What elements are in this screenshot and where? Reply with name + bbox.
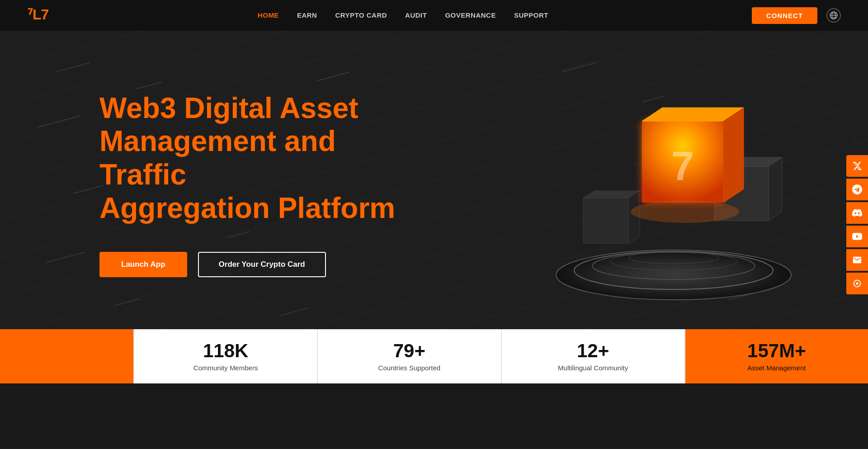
hero-section: Web3 Digital AssetManagement and Traffic… xyxy=(0,31,868,329)
hero-visual: 7 xyxy=(515,49,832,311)
stat-multilingual-label: Multilingual Community xyxy=(558,364,628,372)
svg-point-23 xyxy=(856,282,859,285)
stat-assets: 157M+ Asset Management xyxy=(684,329,868,383)
hero-buttons: Launch App Order Your Crypto Card xyxy=(99,252,407,277)
nav-links: HOME EARN CRYPTO CARD AUDIT GOVERNANCE S… xyxy=(258,11,548,19)
stat-assets-label: Asset Management xyxy=(747,364,806,372)
globe-icon[interactable] xyxy=(826,8,841,23)
hero-content: Web3 Digital AssetManagement and Traffic… xyxy=(0,83,407,277)
svg-marker-19 xyxy=(723,108,744,203)
stat-countries-value: 79+ xyxy=(393,341,425,360)
video-button[interactable] xyxy=(846,273,868,294)
navbar: ⁷L7 HOME EARN CRYPTO CARD AUDIT GOVERNAN… xyxy=(0,0,868,31)
discord-button[interactable] xyxy=(846,202,868,224)
email-button[interactable] xyxy=(846,249,868,271)
nav-home[interactable]: HOME xyxy=(258,11,279,19)
stat-community: 118K Community Members xyxy=(133,329,317,383)
youtube-button[interactable] xyxy=(846,226,868,247)
svg-point-6 xyxy=(556,250,791,300)
svg-text:7: 7 xyxy=(671,143,694,189)
order-crypto-card-button[interactable]: Order Your Crypto Card xyxy=(198,252,326,277)
hero-title-text: Web3 Digital AssetManagement and Traffic… xyxy=(99,92,395,224)
nav-governance[interactable]: GOVERNANCE xyxy=(445,11,496,19)
nav-earn[interactable]: EARN xyxy=(297,11,317,19)
stat-countries-label: Countries Supported xyxy=(378,364,441,372)
hero-3d-cubes: 7 xyxy=(515,49,832,311)
stat-multilingual-value: 12+ xyxy=(577,341,609,360)
nav-support[interactable]: SUPPORT xyxy=(514,11,548,19)
stats-bar: 118K Community Members 79+ Countries Sup… xyxy=(0,329,868,383)
svg-marker-13 xyxy=(769,157,782,221)
svg-text:⁷L7: ⁷L7 xyxy=(27,6,49,22)
stat-countries: 79+ Countries Supported xyxy=(317,329,500,383)
stat-assets-value: 157M+ xyxy=(747,341,806,360)
nav-right: CONNECT xyxy=(752,7,841,24)
connect-button[interactable]: CONNECT xyxy=(752,7,817,24)
telegram-button[interactable] xyxy=(846,179,868,200)
stat-multilingual: 12+ Multilingual Community xyxy=(501,329,684,383)
logo-text: ⁷L7 xyxy=(27,6,54,25)
logo[interactable]: ⁷L7 xyxy=(27,6,54,25)
hero-title: Web3 Digital AssetManagement and Traffic… xyxy=(99,92,407,225)
svg-rect-14 xyxy=(583,198,628,243)
nav-crypto-card[interactable]: CRYPTO CARD xyxy=(335,11,387,19)
svg-point-21 xyxy=(631,200,739,223)
stats-items: 118K Community Members 79+ Countries Sup… xyxy=(133,329,868,383)
stat-community-label: Community Members xyxy=(193,364,258,372)
twitter-button[interactable] xyxy=(846,155,868,177)
social-sidebar xyxy=(846,155,868,294)
stats-left-orange xyxy=(0,329,133,383)
launch-app-button[interactable]: Launch App xyxy=(99,252,187,277)
stat-community-value: 118K xyxy=(203,341,248,360)
nav-audit[interactable]: AUDIT xyxy=(405,11,427,19)
